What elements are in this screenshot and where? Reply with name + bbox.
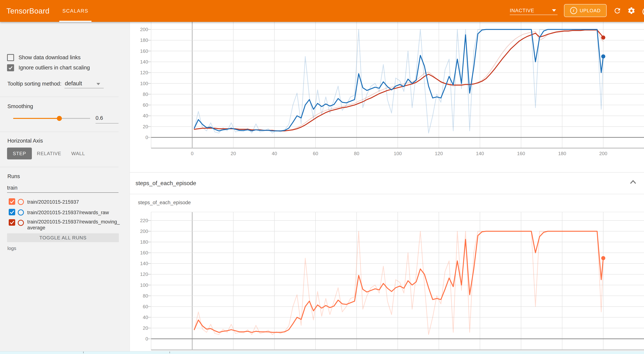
runs-label: Runs: [8, 173, 20, 180]
svg-text:0: 0: [191, 151, 194, 156]
section-header-steps-of-each-episode[interactable]: steps_of_each_episode: [130, 172, 644, 194]
rewards-chart-card: 0204060801001201401601802000204060801001…: [130, 22, 644, 172]
upload-button[interactable]: i UPLOAD: [564, 4, 606, 17]
svg-text:60: 60: [143, 102, 148, 108]
run-checkbox[interactable]: [9, 209, 15, 215]
show-data-download-links-checkbox[interactable]: [7, 54, 14, 61]
section-title: steps_of_each_episode: [136, 180, 196, 187]
smoothing-value[interactable]: 0.6: [96, 115, 118, 121]
run-color-circle[interactable]: [18, 199, 24, 205]
tab-scalars[interactable]: SCALARS: [59, 0, 92, 22]
svg-text:140: 140: [476, 151, 484, 156]
upload-button-label: UPLOAD: [580, 8, 601, 14]
horizontal-scroll-strip[interactable]: [0, 351, 644, 354]
svg-text:160: 160: [517, 151, 525, 156]
smoothing-slider-thumb[interactable]: [57, 116, 62, 121]
svg-text:100: 100: [140, 81, 148, 86]
checkbox-label: Ignore outliers in chart scaling: [18, 64, 90, 71]
axis-relative-button[interactable]: RELATIVE: [34, 148, 64, 160]
svg-text:220: 220: [140, 218, 148, 223]
horizontal-axis-label: Horizontal Axis: [8, 138, 43, 144]
runs-filter-input[interactable]: [7, 185, 118, 191]
svg-text:100: 100: [140, 282, 148, 288]
steps-chart-card: steps_of_each_episode 020406080100120140…: [130, 194, 644, 354]
svg-text:180: 180: [140, 239, 148, 245]
help-icon-partial[interactable]: [642, 8, 644, 16]
svg-text:80: 80: [143, 293, 148, 299]
svg-text:20: 20: [143, 325, 148, 331]
check-icon: [8, 65, 14, 71]
info-icon: i: [570, 7, 577, 14]
tensorboard-app: TensorBoard SCALARS INACTIVE i UPLOAD Sh…: [0, 0, 644, 354]
svg-text:40: 40: [143, 314, 148, 320]
app-title: TensorBoard: [6, 0, 50, 22]
check-icon: [9, 219, 15, 226]
svg-text:180: 180: [140, 38, 148, 43]
axis-step-button[interactable]: STEP: [7, 148, 32, 160]
run-checkbox[interactable]: [9, 198, 15, 205]
svg-text:140: 140: [140, 59, 148, 64]
chevron-down-icon: [96, 83, 100, 85]
svg-text:200: 200: [140, 27, 148, 32]
run-label: train/20201015-215937/rewards_moving_ave…: [27, 219, 121, 231]
svg-text:60: 60: [143, 304, 148, 310]
svg-text:200: 200: [599, 151, 607, 156]
run-label: train/20201015-215937: [27, 199, 121, 205]
divider: [0, 167, 118, 167]
svg-text:80: 80: [354, 151, 360, 156]
run-label: train/20201015-215937/rewards_raw: [27, 210, 121, 216]
refresh-icon[interactable]: [613, 7, 622, 15]
toggle-all-runs-button[interactable]: TOGGLE ALL RUNS: [7, 233, 119, 242]
svg-text:0: 0: [146, 134, 148, 140]
svg-text:20: 20: [143, 124, 148, 130]
check-icon: [9, 209, 15, 215]
svg-text:120: 120: [140, 70, 148, 75]
tooltip-sorting-label: Tooltip sorting method:: [8, 81, 62, 87]
tooltip-sorting-dropdown[interactable]: default: [65, 80, 82, 87]
axis-wall-button[interactable]: WALL: [67, 148, 89, 160]
svg-text:40: 40: [272, 151, 277, 156]
steps-chart[interactable]: 020406080100120140160180200220: [130, 194, 644, 354]
smoothing-label: Smoothing: [8, 103, 33, 110]
status-dropdown-value: INACTIVE: [510, 8, 534, 14]
svg-text:140: 140: [140, 261, 148, 266]
svg-text:120: 120: [435, 151, 443, 156]
svg-text:0: 0: [146, 336, 148, 342]
svg-text:120: 120: [140, 272, 148, 277]
svg-text:160: 160: [140, 250, 148, 256]
rewards-chart[interactable]: 0204060801001201401601802000204060801001…: [130, 22, 644, 172]
svg-text:60: 60: [313, 151, 318, 156]
settings-gear-icon[interactable]: [627, 7, 636, 15]
svg-text:40: 40: [143, 113, 148, 118]
svg-text:80: 80: [143, 92, 148, 97]
run-checkbox[interactable]: [9, 219, 15, 226]
smoothing-slider[interactable]: [13, 118, 90, 119]
svg-text:100: 100: [394, 151, 402, 156]
svg-text:20: 20: [231, 151, 236, 156]
app-header: TensorBoard SCALARS INACTIVE i UPLOAD: [0, 0, 644, 22]
svg-text:200: 200: [140, 228, 148, 234]
svg-text:160: 160: [140, 48, 148, 54]
divider: [0, 132, 118, 132]
checkbox-label: Show data download links: [18, 54, 80, 60]
status-dropdown[interactable]: INACTIVE: [510, 0, 558, 22]
chevron-down-icon: [552, 9, 556, 12]
tab-scalars-label: SCALARS: [59, 8, 92, 14]
svg-text:180: 180: [558, 151, 566, 156]
main-content: 0204060801001201401601802000204060801001…: [130, 22, 644, 354]
tab-active-underline: [59, 21, 92, 22]
run-color-circle[interactable]: [18, 220, 24, 226]
logs-label: logs: [8, 246, 16, 251]
settings-sidebar: Show data download links Ignore outliers…: [0, 22, 130, 354]
ignore-outliers-checkbox[interactable]: [7, 64, 14, 71]
divider: [0, 97, 118, 97]
check-icon: [9, 198, 15, 205]
run-color-circle[interactable]: [18, 210, 24, 216]
chevron-up-icon[interactable]: [630, 180, 636, 184]
